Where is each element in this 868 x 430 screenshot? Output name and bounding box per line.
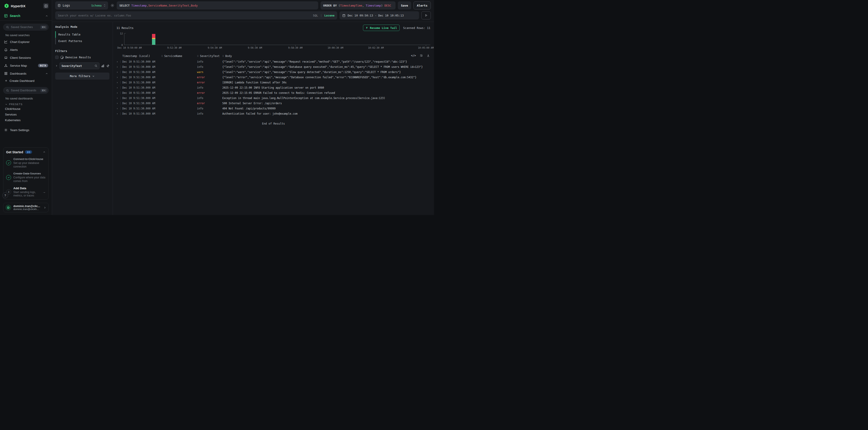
sql-toggle[interactable]: SQL xyxy=(313,14,318,17)
language-separator: | xyxy=(320,14,322,17)
column-header-servicename[interactable]: ⠿ ServiceName xyxy=(161,55,197,58)
code-view-icon[interactable]: </> xyxy=(411,54,416,57)
row-expand-icon[interactable]: › xyxy=(117,80,122,85)
denoise-checkbox[interactable] xyxy=(55,56,59,59)
column-header-timestamp[interactable]: Timestamp (Local) xyxy=(122,55,161,58)
hyperdx-logo[interactable]: HyperDX xyxy=(4,3,26,8)
drag-handle-icon[interactable]: ⠿ xyxy=(161,55,163,58)
get-started-step[interactable]: Connect to ClickHouseSet up your databas… xyxy=(6,157,46,168)
cell-severitytext: error xyxy=(197,81,222,84)
search-icon[interactable] xyxy=(95,64,97,67)
event-search-input[interactable]: Search your events w/ Lucene ex. column:… xyxy=(55,11,337,20)
sidebar-item-team-settings[interactable]: Team Settings xyxy=(3,127,49,133)
sidebar-item-service-map[interactable]: Service Map BETA xyxy=(3,62,49,69)
query-toolbar: Logs Schema SELECT Timestamp,ServiceName… xyxy=(52,0,434,10)
histogram-plot[interactable] xyxy=(124,33,430,45)
table-row[interactable]: ›Dec 10 9:51:30.000 AMerror[ERROR] Lambd… xyxy=(117,80,430,85)
row-expand-icon[interactable]: › xyxy=(117,111,122,116)
row-expand-icon[interactable]: › xyxy=(117,75,122,80)
table-row[interactable]: ›Dec 10 9:51:30.000 AMinfo{"level":"info… xyxy=(117,64,430,69)
cell-timestamp: Dec 10 9:51:30.000 AM xyxy=(122,76,161,79)
table-row[interactable]: ›Dec 10 9:51:30.000 AMerror{"level":"err… xyxy=(117,75,430,80)
bar-chart-icon[interactable] xyxy=(101,64,104,68)
run-query-button[interactable] xyxy=(421,11,431,20)
pin-icon[interactable] xyxy=(106,64,110,68)
row-expand-icon[interactable]: › xyxy=(117,101,122,106)
laptop-icon xyxy=(4,56,8,60)
get-started-step[interactable]: 3Add DataStart sending logs, metrics, or… xyxy=(6,187,46,198)
row-expand-icon[interactable]: › xyxy=(117,85,122,90)
more-filters-button[interactable]: More filters xyxy=(55,73,110,79)
resume-live-tail-button[interactable]: Resume Live Tail xyxy=(363,25,399,31)
column-header-severitytext[interactable]: ⠿ SeverityText xyxy=(197,55,222,58)
x-axis-label: 9:58:30 AM xyxy=(288,46,302,49)
help-button[interactable]: ? xyxy=(2,192,8,198)
create-dashboard-button[interactable]: Create Dashboard xyxy=(3,77,49,84)
preset-services[interactable]: Services xyxy=(5,112,49,117)
preset-clickhouse[interactable]: ClickHouse xyxy=(5,106,49,112)
chevron-up-icon[interactable] xyxy=(45,72,48,75)
saved-dashboards-input[interactable]: Saved Dashboards ⌘K xyxy=(3,87,49,94)
drag-handle-icon[interactable]: ⠿ xyxy=(197,55,198,58)
table-row[interactable]: ›Dec 10 9:51:30.000 AMinfo404 Not Found:… xyxy=(117,106,430,111)
alerts-button[interactable]: Alerts xyxy=(413,1,431,9)
sidebar-item-alerts[interactable]: Alerts xyxy=(3,46,49,53)
facet-name: SeverityText xyxy=(62,64,93,68)
row-expand-icon[interactable]: › xyxy=(117,69,122,75)
order-by-input[interactable]: ORDER BY (TimestampTime, Timestamp) DESC xyxy=(320,1,396,9)
query-token: TimestampTime xyxy=(340,4,362,7)
preset-kubernetes[interactable]: Kubernetes xyxy=(5,117,49,123)
row-expand-icon[interactable]: › xyxy=(117,64,122,69)
table-row[interactable]: ›Dec 10 9:51:30.000 AMerror2025-12-09 22… xyxy=(117,90,430,95)
table-row[interactable]: ›Dec 10 9:51:30.000 AMinfoAuthentication… xyxy=(117,111,430,116)
table-row[interactable]: ›Dec 10 9:51:30.000 AMinfo{"level":"info… xyxy=(117,59,430,64)
chevron-up-icon[interactable] xyxy=(45,14,48,18)
bar-segment-info xyxy=(152,39,155,45)
user-account-button[interactable]: D dominic.tran@clic... dominic.tran@clic… xyxy=(3,203,49,212)
presets-group-toggle[interactable]: PRESETS xyxy=(5,103,49,106)
table-row[interactable]: ›Dec 10 9:51:30.000 AMwarn{"level":"warn… xyxy=(117,69,430,75)
sidebar-item-dashboards[interactable]: Dashboards xyxy=(3,70,49,77)
severity-facet-field[interactable]: SeverityText xyxy=(60,62,99,69)
drag-handle-icon[interactable]: ⠿ xyxy=(222,55,224,58)
cell-body: {"level":"warn","service":"api","message… xyxy=(222,70,430,74)
end-of-results-label: End of Results xyxy=(117,122,430,125)
sidebar-item-client-sessions[interactable]: Client Sessions xyxy=(3,54,49,61)
column-header-body[interactable]: ⠿ Body xyxy=(222,55,430,58)
beta-badge: BETA xyxy=(38,64,48,67)
mode-event-patterns[interactable]: Event Patterns xyxy=(55,38,110,44)
user-avatar: D xyxy=(5,205,11,210)
lucene-toggle[interactable]: Lucene xyxy=(324,14,335,17)
row-expand-icon[interactable]: › xyxy=(117,90,122,95)
chevron-up-icon[interactable] xyxy=(43,151,46,154)
download-icon[interactable] xyxy=(427,54,430,57)
histogram-bar[interactable] xyxy=(152,34,155,45)
mode-results-table[interactable]: Results Table xyxy=(55,31,110,38)
create-dashboard-label: Create Dashboard xyxy=(9,79,34,82)
x-axis-label: 9:54:30 AM xyxy=(208,46,222,49)
save-button[interactable]: Save xyxy=(398,1,411,9)
hyperdx-app: HyperDX Search Saved Searches ⌘K xyxy=(0,0,434,215)
cell-timestamp: Dec 10 9:51:30.000 AM xyxy=(122,86,161,89)
schema-label: Schema xyxy=(91,4,101,7)
cell-timestamp: Dec 10 9:51:30.000 AM xyxy=(122,91,161,95)
chevron-right-icon[interactable] xyxy=(55,64,58,67)
table-row[interactable]: ›Dec 10 9:51:30.000 AMinfo2025-12-09 22:… xyxy=(117,85,430,90)
select-query-input[interactable]: SELECT Timestamp,ServiceName,SeverityTex… xyxy=(117,1,318,9)
wrap-text-icon[interactable] xyxy=(420,54,423,57)
sidebar-item-chart-explorer[interactable]: Chart Explorer xyxy=(3,38,49,45)
collapse-sidebar-button[interactable] xyxy=(43,3,49,9)
date-range-picker[interactable]: Dec 10 09:50:13 - Dec 10 10:05:13 xyxy=(339,11,419,20)
sidebar-item-search[interactable]: Search xyxy=(3,14,49,20)
get-started-step[interactable]: Create Data SourcesConfigure where your … xyxy=(6,172,46,183)
table-row[interactable]: ›Dec 10 9:51:30.000 AMinfoException in t… xyxy=(117,95,430,101)
row-expand-icon[interactable]: › xyxy=(117,106,122,111)
row-expand-icon[interactable]: › xyxy=(117,95,122,101)
collapse-panel-icon xyxy=(44,4,48,8)
source-settings-button[interactable] xyxy=(111,3,115,7)
row-expand-icon[interactable]: › xyxy=(117,59,122,64)
saved-searches-input[interactable]: Saved Searches ⌘K xyxy=(3,24,49,31)
mode-label: Event Patterns xyxy=(58,39,82,43)
table-row[interactable]: ›Dec 10 9:51:30.000 AMerror500 Internal … xyxy=(117,101,430,106)
source-selector[interactable]: Logs Schema xyxy=(55,1,108,9)
